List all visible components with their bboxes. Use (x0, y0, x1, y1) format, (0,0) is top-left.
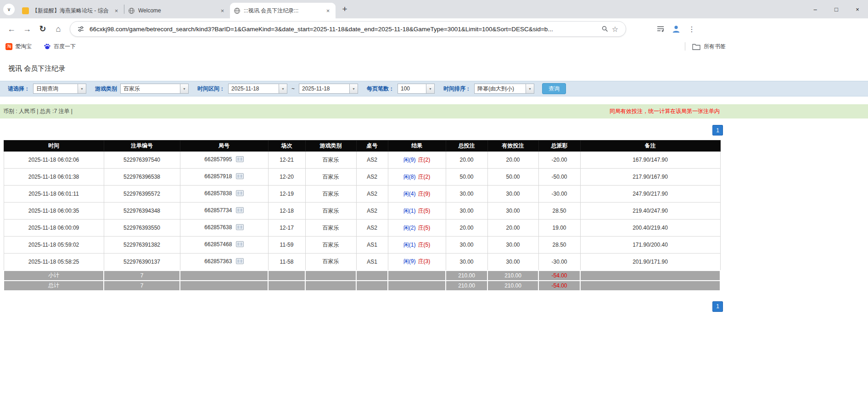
cell-time: 2025-11-18 06:02:06 (4, 152, 104, 169)
chevron-down-icon[interactable]: ▼ (426, 84, 435, 94)
tab1-favicon (22, 7, 29, 14)
bookmark-taobao[interactable]: 淘 爱淘宝 (6, 43, 32, 51)
cell-total-bet-link[interactable]: 30.00 (446, 186, 487, 203)
date-end-value[interactable]: 2025-11-18 (299, 84, 349, 94)
bet-table-head: 时间注单编号局号场次游戏类别桌号结果总投注有效投注总派彩备注 (4, 141, 720, 152)
cell-bet-id: 522976397540 (104, 152, 180, 169)
cell-session: 12-18 (268, 203, 305, 220)
cell-total-bet-link[interactable]: 20.00 (446, 152, 487, 169)
table-row: 2025-11-18 06:01:11 522976395572 6628578… (4, 186, 720, 203)
query-type-select[interactable]: 日期查询 ▼ (33, 84, 86, 94)
back-button[interactable]: ← (4, 21, 19, 37)
cell-round-id: 662857468 (180, 237, 268, 254)
cell-total-bet-link[interactable]: 20.00 (446, 220, 487, 237)
per-page-value[interactable]: 100 (398, 84, 426, 94)
cell-game-type: 百家乐 (305, 237, 356, 254)
result-banker: 庄(5) (418, 225, 431, 231)
browser-tab-3-active[interactable]: :::视讯 会员下注纪录::: × (230, 3, 336, 18)
game-result-icon[interactable] (236, 207, 244, 214)
cell-note: 217.90/167.90 (580, 169, 720, 186)
zoom-icon[interactable] (600, 24, 610, 34)
game-result-icon[interactable] (236, 156, 244, 164)
page-content: 视讯 会员下注纪录 请选择： 日期查询 ▼ 游戏类别 百家乐 ▼ 时间区间： 2… (0, 64, 868, 312)
sort-value[interactable]: 降幂(由大到小) (474, 84, 526, 94)
game-result-icon[interactable] (236, 190, 244, 198)
game-result-icon[interactable] (236, 258, 244, 265)
pagination-top: 1 (0, 125, 723, 135)
cell-time: 2025-11-18 06:00:35 (4, 203, 104, 220)
cell-valid-bet: 20.00 (487, 220, 538, 237)
cell-table-number: AS2 (356, 203, 388, 220)
browser-window: ∨ 【新提醒】海燕策略论坛 - 综合 × Welcome × :::视讯 会员下… (0, 0, 868, 395)
table-row: 2025-11-18 06:02:06 522976397540 6628579… (4, 152, 720, 169)
cell-total-bet-link[interactable]: 30.00 (446, 203, 487, 220)
column-header: 时间 (4, 141, 104, 152)
cell-note: 171.90/200.40 (580, 237, 720, 254)
bookmarks-divider (685, 42, 685, 51)
bookmark-baidu[interactable]: 百度一下 (44, 43, 76, 51)
column-header: 桌号 (356, 141, 388, 152)
browser-menu-icon[interactable]: ⋮ (684, 21, 700, 37)
cell-session: 12-19 (268, 186, 305, 203)
tab-search-icon[interactable]: ∨ (3, 4, 15, 15)
page-number-button[interactable]: 1 (712, 125, 723, 135)
subtotal-total-bet: 210.00 (446, 271, 487, 281)
tab-close-icon[interactable]: × (112, 7, 120, 15)
browser-tab-2[interactable]: Welcome × (124, 3, 230, 18)
subtotal-count: 7 (104, 271, 180, 281)
minimize-button[interactable]: – (805, 0, 826, 18)
new-tab-button[interactable]: + (338, 3, 351, 16)
tab-close-icon[interactable]: × (218, 7, 226, 15)
sort-select[interactable]: 降幂(由大到小) ▼ (474, 84, 534, 94)
address-bar[interactable]: 66cxkj98.com/game/betrecord_search/kind3… (70, 21, 626, 37)
game-type-select[interactable]: 百家乐 ▼ (120, 84, 189, 94)
bet-table-footer: 小计 7 210.00 210.00 -54.00 总计 7 210. (4, 271, 720, 291)
currency-summary: 币别 : 人民币 | 总共 :7 注单 | (3, 107, 73, 115)
profile-avatar-icon[interactable] (668, 21, 684, 37)
date-separator: ~ (291, 85, 295, 92)
query-type-value[interactable]: 日期查询 (33, 84, 78, 94)
all-bookmarks[interactable]: 所有书签 (685, 40, 726, 53)
globe-icon (128, 7, 135, 14)
chevron-down-icon[interactable]: ▼ (526, 84, 534, 94)
browser-tab-1[interactable]: 【新提醒】海燕策略论坛 - 综合 × (18, 3, 124, 18)
cell-total-bet-link[interactable]: 50.00 (446, 169, 487, 186)
date-range-label: 时间区间： (197, 85, 225, 93)
home-button[interactable]: ⌂ (50, 21, 66, 37)
date-end-input[interactable]: 2025-11-18 ▼ (299, 84, 358, 94)
cell-total-bet-link[interactable]: 30.00 (446, 254, 487, 271)
cell-payout: -30.00 (538, 186, 580, 203)
close-window-button[interactable]: × (847, 0, 868, 18)
chevron-down-icon[interactable]: ▼ (279, 84, 287, 94)
page-number-button[interactable]: 1 (712, 301, 723, 312)
chevron-down-icon[interactable]: ▼ (180, 84, 189, 94)
tab-close-icon[interactable]: × (324, 7, 332, 15)
chevron-down-icon[interactable]: ▼ (349, 84, 358, 94)
maximize-button[interactable]: □ (826, 0, 847, 18)
forward-button[interactable]: → (19, 21, 35, 37)
reload-button[interactable]: ↻ (35, 21, 50, 37)
per-page-input[interactable]: 100 ▼ (398, 84, 435, 94)
bookmark-star-icon[interactable]: ☆ (610, 24, 620, 34)
cell-game-type: 百家乐 (305, 169, 356, 186)
result-banker: 庄(2) (418, 157, 431, 163)
date-start-value[interactable]: 2025-11-18 (228, 84, 279, 94)
game-type-value[interactable]: 百家乐 (120, 84, 180, 94)
cell-result: 闲(8)庄(2) (388, 169, 446, 186)
result-player: 闲(2) (403, 225, 416, 231)
browser-toolbar: ← → ↻ ⌂ 66cxkj98.com/game/betrecord_sear… (0, 18, 868, 40)
chevron-down-icon[interactable]: ▼ (78, 84, 86, 94)
round-id-text: 662857638 (204, 224, 232, 231)
cell-total-bet-link[interactable]: 30.00 (446, 237, 487, 254)
media-controls-icon[interactable] (653, 21, 668, 37)
search-button[interactable]: 查询 (542, 83, 566, 94)
cell-bet-id: 522976395572 (104, 186, 180, 203)
game-result-icon[interactable] (236, 173, 244, 181)
date-start-input[interactable]: 2025-11-18 ▼ (228, 84, 287, 94)
site-settings-icon[interactable] (76, 24, 86, 34)
result-player: 闲(1) (403, 208, 416, 214)
game-result-icon[interactable] (236, 224, 244, 231)
cell-valid-bet: 30.00 (487, 237, 538, 254)
game-result-icon[interactable] (236, 241, 244, 248)
cell-valid-bet: 50.00 (487, 169, 538, 186)
